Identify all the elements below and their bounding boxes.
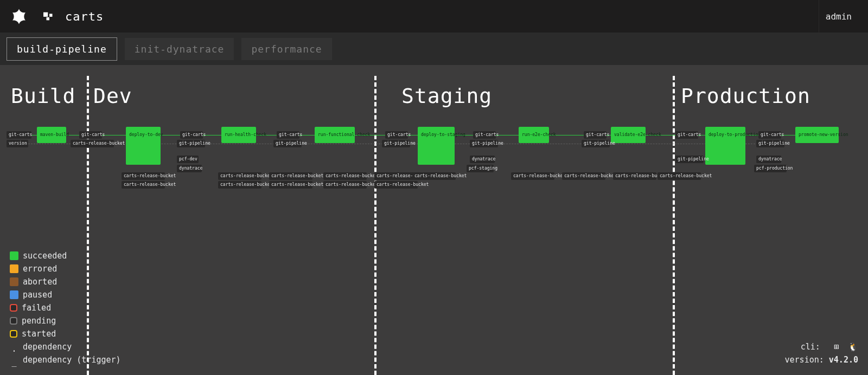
resource-carts-release-bucket[interactable]: carts-release-bucket [218,181,261,189]
resource-git-carts[interactable]: git-carts [385,131,408,139]
resource-dynatrace[interactable]: dynatrace [756,156,781,163]
resource-git-pipeline[interactable]: git-pipeline [756,140,784,147]
pipeline-graph[interactable]: git-cartsmaven-buildgit-cartsdeploy-to-d… [0,131,868,185]
resource-git-carts[interactable]: git-carts [675,131,698,139]
team-name[interactable]: carts [65,10,104,23]
legend-label: aborted [23,275,57,288]
legend-errored: errored [10,262,121,275]
legend-swatch: _ [10,355,18,364]
cli-label: cli: [801,342,825,352]
resource-dynatrace[interactable]: dynatrace [470,156,495,163]
resource-git-pipeline[interactable]: git-pipeline [273,140,302,147]
version-value: v4.2.0 [829,355,858,365]
resource-carts-release-bucket[interactable]: carts-release-bucket [269,172,312,180]
legend-paused: paused [10,288,121,301]
stage-title-build: Build [11,84,75,108]
resource-carts-release-bucket[interactable]: carts-release-bucket [122,181,165,189]
resource-carts-release-bucket[interactable]: carts-release-bucket [658,172,701,180]
legend-dependency: .dependency [10,340,121,353]
tab-performance[interactable]: performance [241,38,331,60]
resource-carts-release-bucket[interactable]: carts-release-bucket [323,172,367,180]
resource-git-pipeline[interactable]: git-pipeline [582,140,610,147]
stage-title-production: Production [681,84,810,108]
legend-swatch: . [10,342,18,351]
resource-carts-release-bucket[interactable]: carts-release-bucket [374,181,418,189]
resource-carts-release-bucket[interactable]: carts-release-bucket [122,172,165,180]
resource-git-pipeline[interactable]: git-pipeline [177,140,205,147]
legend-label: pending [22,314,56,327]
resource-git-pipeline[interactable]: git-pipeline [382,140,410,147]
legend-succeeded: succeeded [10,249,121,262]
svg-rect-0 [43,12,48,17]
resource-git-pipeline[interactable]: git-pipeline [675,156,704,163]
legend-label: succeeded [23,249,67,262]
resource-git-carts[interactable]: git-carts [180,131,203,139]
legend-pending: pending [10,314,121,327]
resource-git-carts[interactable]: git-carts [473,131,496,139]
resource-pcf-production[interactable]: pcf-production [754,165,787,172]
legend-label: errored [23,262,57,275]
resource-git-carts[interactable]: git-carts [758,131,781,139]
legend-label: dependency [23,340,72,353]
legend-swatch [10,317,17,325]
pipeline-canvas[interactable]: BuildDevStagingProduction git-cartsmaven… [0,65,868,375]
footer: cli: ⊞ 🐧 version: v4.2.0 [785,340,858,366]
tab-build-pipeline[interactable]: build-pipeline [7,37,117,61]
resource-git-carts[interactable]: git-carts [7,131,31,139]
svg-rect-2 [47,17,50,21]
legend: succeedederroredabortedpausedfailedpendi… [10,249,121,366]
tab-init-dynatrace[interactable]: init-dynatrace [125,38,234,60]
resource-carts-release-bucket[interactable]: carts-release-bucket [562,172,605,180]
resource-dynatrace[interactable]: dynatrace [177,165,202,172]
resource-git-carts[interactable]: git-carts [79,131,102,139]
user-menu[interactable]: admin [819,0,858,33]
windows-icon[interactable]: ⊞ [834,342,839,352]
stage-divider [374,76,376,375]
legend-swatch [10,304,17,312]
stage-title-dev: Dev [93,84,132,108]
pipeline-tabs: build-pipelineinit-dynatraceperformance [0,33,868,65]
resource-carts-release-bucket[interactable]: carts-release-bucket [269,181,312,189]
version-label: version: [785,355,829,365]
legend-dependency-trigger-: _dependency (trigger) [10,353,121,366]
resource-carts-release-bucket[interactable]: carts-release-bucket [323,181,367,189]
legend-swatch [10,264,18,273]
resource-carts-release-bucket[interactable]: carts-release-bucket [218,172,261,180]
legend-started: started [10,327,121,340]
legend-swatch [10,251,18,260]
team-icon[interactable] [43,12,55,21]
resource-carts-release-bucket[interactable]: carts-release-bucket [613,172,656,180]
linux-icon[interactable]: 🐧 [848,342,858,352]
resource-carts-release-bucket[interactable]: carts-release-bucket [511,172,554,180]
legend-label: paused [23,288,52,301]
legend-failed: failed [10,301,121,314]
legend-label: started [22,327,56,340]
resource-git-carts[interactable]: git-carts [277,131,299,139]
topbar: carts admin [0,0,868,33]
concourse-logo[interactable] [10,7,28,25]
legend-label: dependency (trigger) [23,353,121,366]
stage-title-staging: Staging [401,84,492,108]
legend-aborted: aborted [10,275,121,288]
resource-pcf-dev[interactable]: pcf-dev [177,156,199,163]
resource-git-carts[interactable]: git-carts [584,131,607,139]
resource-pcf-staging[interactable]: pcf-staging [467,165,494,172]
resource-git-pipeline[interactable]: git-pipeline [470,140,498,147]
stage-divider [673,76,675,375]
legend-label: failed [22,301,51,314]
svg-rect-1 [49,14,53,17]
legend-swatch [10,290,18,299]
resource-carts-release-bucket[interactable]: carts-release-bucket [374,172,418,180]
legend-swatch [10,330,17,338]
resource-carts-release-bucket[interactable]: carts-release-bucket [412,172,456,180]
resource-carts-release-bucket[interactable]: carts-release-bucket [71,140,114,147]
legend-swatch [10,277,18,286]
resource-version[interactable]: version [7,140,28,147]
